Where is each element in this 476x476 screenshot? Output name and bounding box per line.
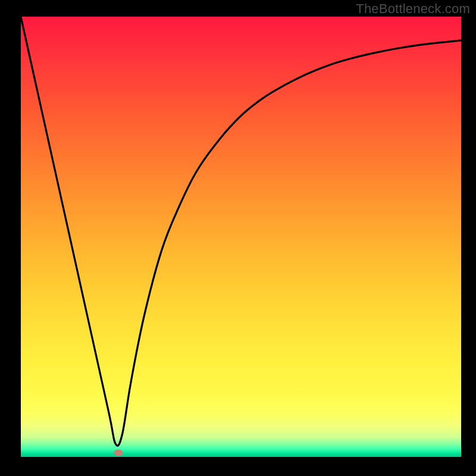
chart-frame: TheBottleneck.com (0, 0, 476, 476)
watermark-text: TheBottleneck.com (356, 1, 470, 17)
plot-area (21, 17, 461, 457)
curve-path (21, 17, 461, 446)
optimum-marker (114, 449, 123, 456)
bottleneck-curve (21, 17, 461, 457)
